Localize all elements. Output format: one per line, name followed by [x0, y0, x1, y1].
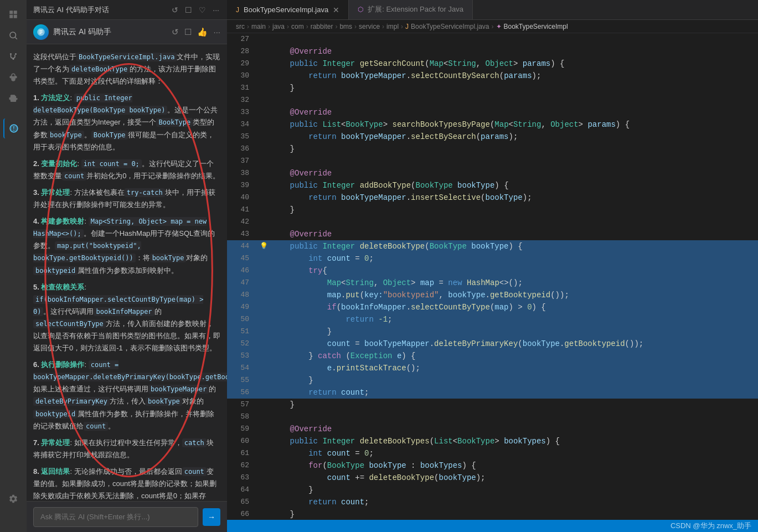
code-line-31: 31 } [227, 82, 758, 94]
ai-header-icons: ↺ ☐ ♡ ··· [171, 4, 220, 16]
ai-input-area: → [27, 501, 227, 532]
search-icon[interactable] [3, 25, 23, 45]
ai-chat-content-wrapper: 这段代码位于BookTypeServiceImpl.java文件中，实现了一个名… [27, 44, 227, 501]
code-line-29: 29 public Integer getSearchCount(Map<Str… [227, 58, 758, 70]
brand-refresh-icon[interactable]: ↺ [172, 27, 179, 37]
code-line-27: 27 [227, 33, 758, 45]
code-line-30: 30 return bookTypeMapper.selectCountBySe… [227, 70, 758, 82]
code-line-33: 33 @Override [227, 106, 758, 118]
refresh-icon[interactable]: ↺ [171, 4, 179, 16]
code-line-57: 57 } [227, 399, 758, 411]
brand-name: 腾讯云 AI 码助手 [53, 27, 111, 37]
settings-icon[interactable] [3, 489, 23, 509]
code-line-61: 61 int count = 0; [227, 447, 758, 459]
ai-panel-header: 腾讯云 AI 代码助手对话 ↺ ☐ ♡ ··· [27, 0, 227, 20]
breadcrumb-java[interactable]: java [272, 23, 285, 30]
tab-close-icon[interactable]: ✕ [333, 6, 339, 14]
chat-section-6: 6. 执行删除操作: count = bookTypeMapper.delete… [33, 359, 220, 432]
breadcrumb-class[interactable]: BookTypeServiceImpl [504, 23, 568, 30]
ai-panel: 腾讯云 AI 代码助手对话 ↺ ☐ ♡ ··· 腾讯云 AI 码助手 ↺ ☐ 👍… [0, 0, 227, 532]
code-line-42: 42 [227, 216, 758, 228]
brand-icons: ↺ ☐ 👍 ··· [172, 27, 220, 37]
code-line-50: 50 return -1; [227, 313, 758, 326]
code-line-28: 28 @Override [227, 45, 758, 58]
ai-brand-bar: 腾讯云 AI 码助手 ↺ ☐ 👍 ··· [27, 20, 227, 44]
code-line-65: 65 return count; [227, 496, 758, 508]
code-line-52: 52 count = bookTypeMapper.deleteByPrimar… [227, 338, 758, 350]
chat-section-3: 3. 异常处理: 方法体被包裹在try-catch块中，用于捕获并处理在执行删除… [33, 187, 220, 211]
tab-booktypeserviceimpl[interactable]: J BookTypeServiceImpl.java ✕ [227, 0, 349, 19]
chat-section-1: 1. 方法定义: public Integer deleteBookType(B… [33, 92, 220, 153]
breadcrumb-rabbiter[interactable]: rabbiter [311, 23, 333, 30]
breadcrumb-com[interactable]: com [291, 23, 304, 30]
code-line-47: 47 Map<String, Object> map = new HashMap… [227, 277, 758, 289]
code-line-55: 55 } [227, 374, 758, 386]
ai-header-left: 腾讯云 AI 代码助手对话 [33, 5, 109, 15]
debug-icon[interactable] [3, 68, 23, 87]
code-line-45: 45 int count = 0; [227, 252, 758, 265]
brand-more-icon[interactable]: ··· [213, 27, 220, 37]
ai-chat-content[interactable]: 这段代码位于BookTypeServiceImpl.java文件中，实现了一个名… [27, 44, 227, 501]
tab-bar: J BookTypeServiceImpl.java ✕ ⬡ 扩展: Exten… [227, 0, 758, 20]
chat-section-2: 2. 变量初始化: int count = 0;。这行代码定义了一个整数变量co… [33, 158, 220, 182]
breadcrumb: src › main › java › com › rabbiter › bms… [227, 20, 758, 33]
brand-like-icon[interactable]: 👍 [197, 27, 208, 37]
ai-panel-inner: 腾讯云 AI 代码助手对话 ↺ ☐ ♡ ··· 腾讯云 AI 码助手 ↺ ☐ 👍… [27, 0, 227, 532]
status-bar: CSDN @华为 znwx_助手 [227, 520, 758, 532]
more-icon[interactable]: ··· [212, 4, 220, 16]
code-line-44: 44 💡 public Integer deleteBookType(BookT… [227, 240, 758, 252]
code-line-56: 56 return count; [227, 386, 758, 399]
code-line-36: 36 } [227, 143, 758, 155]
breadcrumb-impl[interactable]: impl [386, 23, 399, 30]
like-icon[interactable]: ♡ [198, 4, 207, 16]
tab-label-extension: 扩展: Extension Pack for Java [368, 4, 463, 14]
code-line-64: 64 } [227, 484, 758, 496]
ai-chat-icon[interactable] [3, 118, 23, 138]
extension-icon: ⬡ [358, 6, 363, 13]
chat-section-4: 4. 构建参数映射: Map<String, Object> map = new… [33, 215, 220, 276]
svg-point-2 [10, 53, 12, 55]
watermark-text: CSDN @华为 znwx_助手 [671, 521, 751, 531]
brand-copy-icon[interactable]: ☐ [184, 27, 192, 37]
code-line-48: 48 map.put(key:"booktypeid", bookType.ge… [227, 289, 758, 301]
code-line-38: 38 @Override [227, 167, 758, 179]
ai-panel-title: 腾讯云 AI 代码助手对话 [33, 5, 109, 15]
svg-line-1 [15, 37, 17, 39]
breadcrumb-bms[interactable]: bms [339, 23, 352, 30]
breadcrumb-src[interactable]: src [236, 23, 245, 30]
extensions-icon[interactable] [3, 89, 23, 109]
breadcrumb-file[interactable]: BookTypeServiceImpl.java [411, 23, 489, 30]
code-line-49: 49 if(bookInfoMapper.selectCountByType(m… [227, 301, 758, 313]
code-line-39: 39 public Integer addBookType(BookType b… [227, 179, 758, 192]
code-line-51: 51 } [227, 326, 758, 338]
explorer-icon[interactable] [3, 4, 23, 24]
code-line-37: 37 [227, 155, 758, 167]
breadcrumb-main[interactable]: main [251, 23, 266, 30]
source-control-icon[interactable] [3, 47, 23, 66]
code-line-40: 40 return bookTypeMapper.insertSelective… [227, 192, 758, 204]
breadcrumb-class-icon: ✦ [496, 23, 502, 30]
editor-area: J BookTypeServiceImpl.java ✕ ⬡ 扩展: Exten… [227, 0, 758, 532]
code-line-53: 53 } catch (Exception e) { [227, 350, 758, 362]
tab-label-active: BookTypeServiceImpl.java [244, 6, 328, 14]
chat-section-7: 7. 异常处理: 如果在执行过程中发生任何异常，catch块将捕获它并打印堆栈跟… [33, 437, 220, 461]
chat-section-5: 5. 检查依赖关系: if(bookInfoMapper.selectCount… [33, 281, 220, 355]
tab-extension[interactable]: ⬡ 扩展: Extension Pack for Java [349, 0, 473, 19]
code-line-54: 54 e.printStackTrace(); [227, 362, 758, 374]
code-line-43: 43 @Override [227, 228, 758, 240]
code-line-59: 59 @Override [227, 423, 758, 435]
code-line-41: 41 } [227, 204, 758, 216]
ai-send-button[interactable]: → [203, 508, 220, 526]
java-file-icon: J [236, 6, 239, 14]
code-line-62: 62 for(BookType bookType : bookTypes) { [227, 459, 758, 472]
breadcrumb-service[interactable]: service [359, 23, 380, 30]
chat-section-8: 8. 返回结果: 无论操作成功与否，最后都会返回count变量的值。如果删除成功… [33, 466, 220, 501]
brand-logo [33, 24, 49, 40]
breadcrumb-java-icon: J [405, 23, 409, 30]
code-editor[interactable]: 27 28 @Override 29 public Integer getSea… [227, 33, 758, 520]
ai-chat-input[interactable] [33, 507, 198, 527]
code-line-60: 60 public Integer deleteBookTypes(List<B… [227, 435, 758, 447]
code-line-66: 66 } [227, 508, 758, 520]
copy-icon[interactable]: ☐ [184, 4, 193, 16]
activity-bar [0, 0, 27, 532]
